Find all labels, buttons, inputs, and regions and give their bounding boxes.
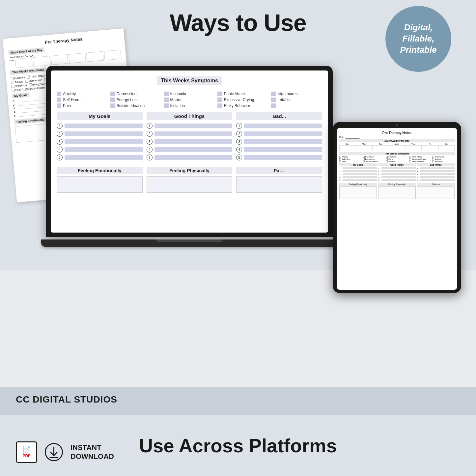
pdf-icon: 📄 PDF <box>16 441 37 463</box>
instant-label-line1: INSTANT <box>70 443 114 452</box>
tablet-goal-item: 3. <box>339 173 377 175</box>
goal-item: 4 <box>57 147 143 153</box>
tablet-goal-item: 5. <box>339 179 377 181</box>
tablet-symptoms-label: This Weeks Symptoms <box>339 152 455 155</box>
download-icon-wrap <box>43 441 65 463</box>
tablet-goals-col: My Goals 1. 2. 3. 4. 5. <box>339 163 377 182</box>
download-icon <box>45 443 63 461</box>
good-things-col-title: Good Things <box>147 112 233 120</box>
tablet-feeling-p-area <box>378 186 416 199</box>
bad-item: 4 <box>236 147 322 153</box>
day-sat: Sat <box>438 143 455 145</box>
tablet-feeling-emotionally: Feeling Emotionally <box>339 183 377 199</box>
tablet-body: Pre Therapy Notes Date: ___________ Majo… <box>333 122 461 293</box>
tablet-good-item: 3. <box>378 173 416 175</box>
badge-text: Digital,Fillable,Printable <box>400 22 436 55</box>
day-cell <box>438 145 455 151</box>
goal-item: 3 <box>57 139 143 145</box>
day-cell <box>339 145 355 151</box>
tablet-symptom: Anxiety <box>339 156 362 158</box>
symptom-item: Irritable <box>271 98 322 102</box>
tablet-good-col: Good Things 1. 2. 3. 4. 5. <box>378 163 416 182</box>
day-thor: Thor <box>406 143 422 145</box>
instant-download-label: INSTANT DOWNLOAD <box>70 443 114 461</box>
feeling-physically-section: Feeling Physically <box>147 167 233 193</box>
instant-label-line2: DOWNLOAD <box>70 452 114 461</box>
screen-content: This Weeks Symptoms Anxiety Depression I… <box>57 76 322 193</box>
tablet-symptom: Pain <box>339 160 362 162</box>
day-sun: Sun <box>339 143 355 145</box>
laptop-hinge <box>156 239 222 242</box>
feeling-emotionally-area <box>57 176 143 193</box>
goal-item: 2 <box>57 131 143 137</box>
symptom-item: Panic Attack <box>217 92 268 96</box>
tablet-bad-item: 5. <box>417 179 455 181</box>
goal-item: 5 <box>57 154 143 160</box>
tablet-patterns-area <box>417 186 455 199</box>
patterns-area <box>236 176 322 193</box>
tablet-device: Pre Therapy Notes Date: ___________ Majo… <box>333 122 461 293</box>
tablet-symptom: Isolation <box>386 160 408 162</box>
tablet-good-item: 2. <box>378 170 416 172</box>
good-item: 3 <box>147 139 233 145</box>
good-things-column: Good Things 1 2 3 4 5 <box>147 112 233 162</box>
tablet-symptom: Energy Loss <box>363 158 385 160</box>
tablet-symptom: Irritable <box>432 158 455 160</box>
bottom-sections: Feeling Emotionally Feeling Physically P… <box>57 167 322 193</box>
feeling-physically-area <box>147 176 233 193</box>
pdf-file-icon: 📄 <box>22 446 31 454</box>
tablet-goal-item: 4. <box>339 176 377 178</box>
symptoms-title: This Weeks Symptoms <box>157 76 222 85</box>
main-columns: My Goals 1 2 3 4 5 Good Things 1 2 3 4 5 <box>57 112 322 162</box>
tablet-symptoms-grid: Anxiety Depression Insomnia Panic Attack… <box>339 156 455 162</box>
tablet-good-item: 1. <box>378 167 416 169</box>
tablet-date: Date: ___________ <box>339 136 455 138</box>
symptoms-grid: Anxiety Depression Insomnia Panic Attack… <box>57 92 322 108</box>
symptom-item: Anxiety <box>57 92 108 96</box>
bad-col-title: Bad... <box>236 112 322 120</box>
tablet-main-cols: My Goals 1. 2. 3. 4. 5. Good Things 1. 2… <box>339 163 455 182</box>
tablet-bad-title: Bad Things <box>417 163 455 166</box>
symptom-item <box>271 103 322 108</box>
tablet-bad-col: Bad Things 1. 2. 3. 4. 5. <box>417 163 455 182</box>
tablet-major-event: Major Event of the Day <box>339 139 455 142</box>
tablet-bad-item: 1. <box>417 167 455 169</box>
tablet-good-title: Good Things <box>378 163 416 166</box>
symptom-item: Risky Behavior <box>217 103 268 108</box>
tablet-good-item: 4. <box>378 176 416 178</box>
paper-goals-label: My Goals <box>12 93 30 98</box>
tablet-bottom-row: Feeling Emotionally Feeling Physically P… <box>339 183 455 199</box>
tablet-patterns-title: Patterns <box>417 183 455 186</box>
good-item: 4 <box>147 147 233 153</box>
pdf-label: PDF <box>23 454 31 458</box>
symptom-item: Insomnia <box>164 92 215 96</box>
tablet-days: Sun Mon Tue Wed Thor Fri Sat <box>339 143 455 151</box>
tablet-symptom: Depression <box>363 156 385 158</box>
paper-feeling-emotionally-label: Feeling Emotionally <box>14 117 47 124</box>
symptom-item: Excessive Crying <box>217 98 268 102</box>
tablet-doc-title: Pre Therapy Notes <box>339 131 455 135</box>
good-item: 5 <box>147 154 233 160</box>
day-mon: Mon <box>356 143 372 145</box>
bad-things-column: Bad... 1 2 3 4 5 <box>236 112 322 162</box>
tablet-symptom: Excessive Crying <box>409 158 432 160</box>
tablet-goal-item: 1. <box>339 167 377 169</box>
tablet-good-item: 5. <box>378 179 416 181</box>
patterns-title: Pat... <box>236 167 322 174</box>
laptop-base <box>41 239 338 247</box>
goal-item: 1 <box>57 123 143 129</box>
platform-text: Use Across Platforms <box>139 434 337 457</box>
day-fri: Fri <box>422 143 438 145</box>
tablet-feeling-p-title: Feeling Physically <box>378 183 416 186</box>
bad-item: 1 <box>236 123 322 129</box>
tablet-goal-item: 2. <box>339 170 377 172</box>
tablet-camera <box>396 124 398 126</box>
tablet-bad-item: 4. <box>417 176 455 178</box>
tablet-feeling-e-area <box>339 186 377 199</box>
tablet-goals-title: My Goals <box>339 163 377 166</box>
tablet-symptom: Panic Attack <box>409 156 432 158</box>
tablet-symptom: Suicide Ideation <box>363 160 385 162</box>
tablet-patterns: Patterns <box>417 183 455 199</box>
day-cell <box>389 145 405 151</box>
tablet-symptom: Nightmares <box>432 156 455 158</box>
